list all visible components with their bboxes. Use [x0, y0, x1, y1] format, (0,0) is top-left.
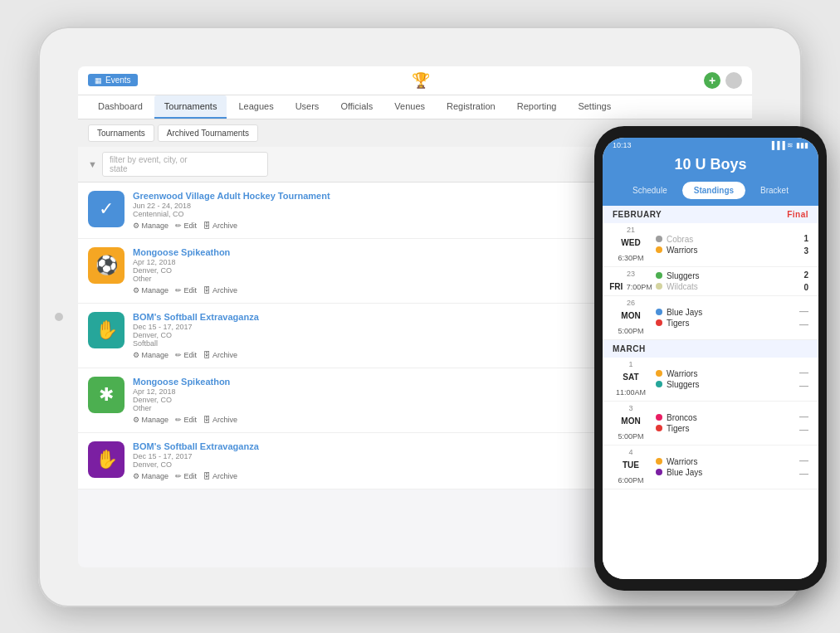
game-day-num: 1	[609, 360, 652, 368]
team-name: Sluggers	[667, 271, 699, 280]
tab-officials[interactable]: Officials	[330, 95, 383, 119]
tab-settings[interactable]: Settings	[568, 95, 621, 119]
archive-link-2[interactable]: 🗄 Archive	[203, 351, 237, 359]
game-day-name: MON	[621, 311, 640, 320]
tablet-camera	[55, 313, 63, 321]
manage-link-1[interactable]: ⚙ Manage	[133, 286, 168, 295]
game-day-col: 1 SAT 11:00AM	[609, 360, 652, 398]
game-teams: Cobras Warriors	[652, 233, 792, 256]
score: —	[792, 411, 808, 421]
phone-tab-schedule[interactable]: Schedule	[621, 182, 679, 199]
edit-link-1[interactable]: ✏ Edit	[175, 286, 197, 295]
phone-screen: 10:13 ▐▐▐ ≋ ▮▮▮ 10 U Boys Schedule Stand…	[603, 138, 818, 579]
team-row: Sluggers	[656, 271, 789, 280]
game-day-num: 26	[609, 299, 652, 307]
score: —	[792, 455, 808, 465]
phone-tab-standings[interactable]: Standings	[682, 182, 745, 199]
team-row: Warriors	[656, 369, 789, 378]
tablet-top-bar: ▦ Events 🏆 +	[78, 66, 752, 95]
edit-link-3[interactable]: ✏ Edit	[175, 416, 197, 424]
game-day-name: WED	[621, 238, 640, 247]
tournament-icon-4: ✋	[88, 441, 125, 478]
team-row: Warriors	[656, 246, 789, 255]
team-dot	[656, 283, 662, 290]
game-time: 5:00PM	[618, 432, 643, 441]
edit-link-2[interactable]: ✏ Edit	[175, 351, 197, 359]
phone: 10:13 ▐▐▐ ≋ ▮▮▮ 10 U Boys Schedule Stand…	[594, 126, 827, 591]
team-row: Broncos	[656, 413, 789, 422]
manage-link-3[interactable]: ⚙ Manage	[133, 416, 168, 424]
score: 2	[792, 270, 808, 280]
team-row: Blue Jays	[656, 468, 789, 477]
tablet-nav: Dashboard Tournaments Leagues Users Offi…	[78, 95, 752, 119]
tab-registration[interactable]: Registration	[437, 95, 505, 119]
phone-notch	[686, 126, 735, 136]
game-day-col: 4 TUE 6:00PM	[609, 448, 652, 486]
team-name: Blue Jays	[667, 308, 702, 317]
score: —	[792, 425, 808, 435]
game-teams: Broncos Tigers	[652, 411, 792, 435]
month-name-march: MARCH	[613, 344, 646, 353]
team-dot	[656, 309, 662, 315]
team-name: Warriors	[667, 457, 697, 466]
edit-link-4[interactable]: ✏ Edit	[175, 472, 197, 480]
game-time: 6:30PM	[618, 254, 643, 262]
team-name: Tigers	[667, 424, 689, 433]
game-time: 6:00PM	[618, 476, 643, 484]
phone-tab-bracket[interactable]: Bracket	[749, 182, 800, 199]
search-input[interactable]: filter by event, city, or state	[102, 152, 268, 177]
tab-reporting[interactable]: Reporting	[507, 95, 567, 119]
game-teams: Sluggers Wildcats	[652, 270, 792, 293]
team-name: Warriors	[667, 369, 697, 378]
tab-dashboard[interactable]: Dashboard	[88, 95, 153, 119]
tab-users[interactable]: Users	[286, 95, 330, 119]
phone-content: FEBRUARY Final 21 WED 6:30PM Cobras	[603, 206, 818, 579]
manage-link-4[interactable]: ⚙ Manage	[133, 472, 168, 480]
month-header-march: MARCH	[603, 340, 818, 358]
game-teams: Warriors Sluggers	[652, 368, 792, 391]
archive-link-1[interactable]: 🗄 Archive	[203, 286, 237, 295]
game-day-col: 3 MON 5:00PM	[609, 404, 652, 442]
add-button-top[interactable]: +	[704, 72, 720, 89]
tournament-icon-0: ✓	[88, 191, 125, 227]
manage-link-0[interactable]: ⚙ Manage	[133, 222, 168, 230]
game-day-col: 26 MON 5:00PM	[609, 299, 652, 337]
archive-link-4[interactable]: 🗄 Archive	[203, 472, 237, 480]
archive-link-0[interactable]: 🗄 Archive	[203, 222, 237, 230]
team-dot	[656, 246, 662, 253]
team-name: Warriors	[667, 246, 697, 255]
score: —	[792, 469, 808, 479]
edit-link-0[interactable]: ✏ Edit	[175, 222, 197, 230]
tournament-icon-2: ✋	[88, 312, 125, 348]
user-avatar[interactable]	[725, 72, 742, 89]
game-row: 26 MON 5:00PM Blue Jays Tigers	[603, 296, 818, 340]
game-teams: Warriors Blue Jays	[652, 455, 792, 479]
game-row: 1 SAT 11:00AM Warriors Sluggers	[603, 358, 818, 402]
tab-venues[interactable]: Venues	[384, 95, 435, 119]
events-badge-label: Events	[105, 75, 131, 85]
team-name: Cobras	[667, 235, 693, 244]
manage-link-2[interactable]: ⚙ Manage	[133, 351, 168, 359]
team-name: Sluggers	[667, 380, 699, 389]
score: —	[792, 306, 808, 316]
game-day-name: FRI	[609, 282, 623, 291]
archive-link-3[interactable]: 🗄 Archive	[203, 416, 237, 424]
team-name: Tigers	[667, 319, 689, 328]
tab-tournaments[interactable]: Tournaments	[154, 95, 227, 119]
tab-leagues[interactable]: Leagues	[228, 95, 283, 119]
sub-tab-tournaments[interactable]: Tournaments	[88, 124, 154, 142]
team-name: Blue Jays	[667, 468, 702, 477]
sub-tab-archived[interactable]: Archived Tournaments	[158, 124, 258, 142]
events-badge[interactable]: ▦ Events	[88, 74, 138, 86]
phone-title: 10 U Boys	[674, 156, 746, 173]
team-dot	[656, 458, 662, 465]
team-dot	[656, 319, 662, 326]
game-time: 5:00PM	[618, 327, 643, 335]
game-day-num: 3	[609, 404, 652, 412]
team-name: Broncos	[667, 413, 697, 422]
month-header-february: FEBRUARY Final	[603, 206, 818, 223]
tournament-icon-3: ✱	[88, 377, 125, 413]
game-time: 11:00AM	[616, 388, 646, 397]
score: 0	[792, 283, 808, 292]
phone-status-bar: 10:13 ▐▐▐ ≋ ▮▮▮	[603, 138, 818, 153]
